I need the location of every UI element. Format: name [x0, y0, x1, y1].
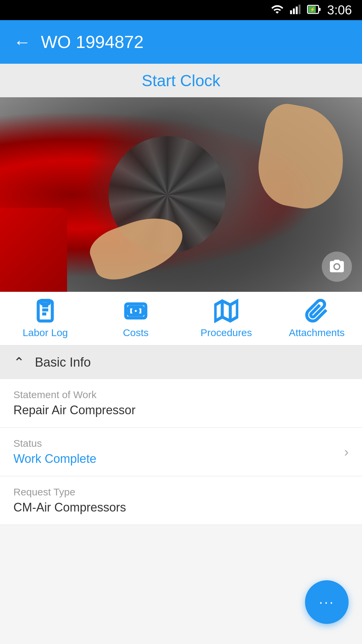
statement-of-work-label: Statement of Work [13, 389, 349, 400]
basic-info-header[interactable]: ⌃ Basic Info [0, 345, 362, 379]
svg-rect-1 [293, 8, 295, 14]
tab-costs-label: Costs [123, 327, 149, 338]
back-button[interactable]: ← [13, 32, 31, 52]
tab-costs[interactable]: Costs [99, 299, 173, 338]
status-value: Work Complete [13, 452, 96, 466]
basic-info-title: Basic Info [35, 355, 91, 370]
svg-rect-5 [319, 8, 321, 11]
svg-marker-20 [215, 301, 237, 321]
start-clock-bar: Start Clock [0, 64, 362, 97]
status-row[interactable]: Status Work Complete › [0, 428, 362, 476]
camera-button[interactable] [322, 252, 352, 282]
tab-labor-log[interactable]: Labor Log [8, 299, 82, 338]
wifi-icon [271, 3, 284, 17]
svg-rect-2 [296, 7, 298, 14]
fab-dots-icon: ··· [319, 594, 335, 610]
status-bar: ⚡ 3:06 [0, 0, 362, 20]
map-icon [214, 299, 238, 323]
request-type-row: Request Type CM-Air Compressors [0, 476, 362, 525]
tab-labor-log-label: Labor Log [22, 327, 68, 338]
start-clock-button[interactable]: Start Clock [142, 71, 221, 90]
statement-of-work-row: Statement of Work Repair Air Compressor [0, 379, 362, 428]
status-time: 3:06 [327, 3, 352, 17]
tab-procedures[interactable]: Procedures [189, 299, 263, 338]
clipboard-icon [33, 299, 57, 323]
status-content: Status Work Complete [13, 438, 96, 466]
svg-rect-3 [299, 5, 301, 14]
request-type-label: Request Type [13, 486, 349, 498]
repair-image-area [0, 97, 362, 292]
chevron-up-icon: ⌃ [13, 355, 25, 370]
fab-button[interactable]: ··· [305, 580, 349, 624]
tabs-bar: Labor Log Costs Procedures Attachments [0, 292, 362, 345]
repair-image [0, 97, 362, 292]
status-icons: ⚡ 3:06 [271, 3, 352, 17]
tab-procedures-label: Procedures [200, 327, 252, 338]
page-title: WO 1994872 [41, 32, 143, 52]
status-arrow-icon: › [344, 444, 349, 460]
svg-point-15 [133, 308, 138, 313]
signal-icon [290, 3, 301, 17]
money-icon [124, 299, 148, 323]
camera-icon [328, 258, 345, 275]
paperclip-icon [305, 299, 329, 323]
statement-of-work-value: Repair Air Compressor [13, 403, 349, 417]
battery-icon: ⚡ [307, 3, 321, 17]
svg-text:⚡: ⚡ [310, 7, 315, 12]
svg-rect-0 [290, 10, 292, 14]
app-header: ← WO 1994872 [0, 20, 362, 64]
tab-attachments[interactable]: Attachments [280, 299, 354, 338]
tab-attachments-label: Attachments [289, 327, 345, 338]
request-type-value: CM-Air Compressors [13, 500, 349, 515]
status-label: Status [13, 438, 96, 449]
